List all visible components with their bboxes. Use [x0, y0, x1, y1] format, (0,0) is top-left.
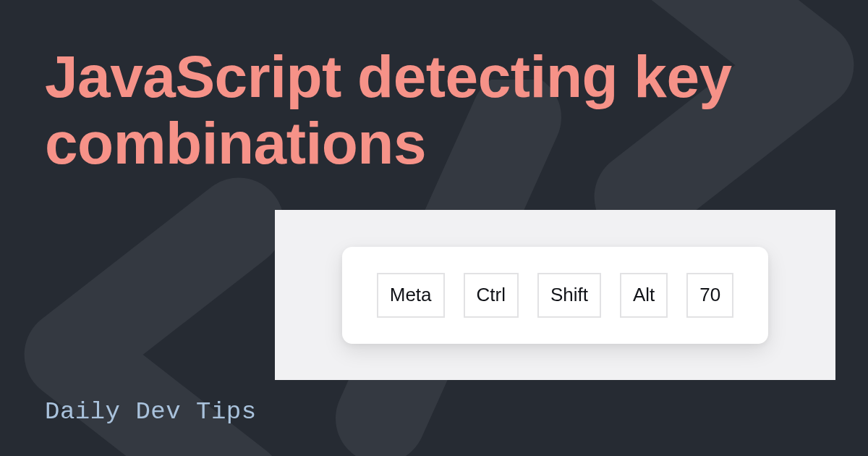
key-code: 70	[686, 273, 733, 318]
demo-screenshot: Meta Ctrl Shift Alt 70	[275, 210, 835, 380]
key-meta: Meta	[377, 273, 445, 318]
key-alt: Alt	[620, 273, 668, 318]
key-shift: Shift	[537, 273, 601, 318]
page-title: JavaScript detecting key combinations	[45, 43, 868, 177]
key-ctrl: Ctrl	[464, 273, 519, 318]
keys-panel: Meta Ctrl Shift Alt 70	[342, 247, 769, 344]
site-name: Daily Dev Tips	[45, 398, 257, 426]
